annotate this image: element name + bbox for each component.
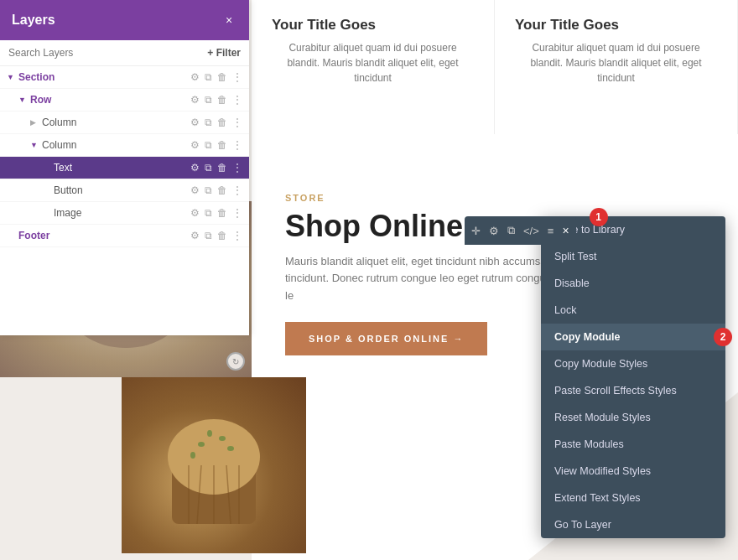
settings-icon[interactable]: ⚙: [190, 230, 200, 241]
delete-icon[interactable]: 🗑: [217, 139, 227, 151]
store-label: STORE: [285, 193, 704, 203]
layer-actions-footer: ⚙ ⧉ 🗑 ⋮: [190, 230, 242, 241]
food-image-2: [122, 377, 306, 553]
layer-name-column-2: Column: [42, 139, 187, 151]
badge-2: 2: [714, 328, 732, 346]
settings-icon[interactable]: ⚙: [190, 71, 200, 83]
more-icon[interactable]: ⋮: [232, 117, 242, 128]
card-1-title: Your Title Goes: [272, 17, 474, 34]
layers-header: Layers ×: [0, 0, 249, 40]
chevron-down-icon: ▼: [18, 96, 27, 104]
layer-item-row[interactable]: ▼ Row ⚙ ⧉ 🗑 ⋮: [0, 89, 249, 111]
menu-item-paste-modules[interactable]: Paste Modules: [541, 431, 725, 458]
module-toolbar: ✛ ⚙ ⧉ </> ≡ × 1: [465, 216, 576, 245]
layer-item-column-2[interactable]: ▼ Column ⚙ ⧉ 🗑 ⋮: [0, 134, 249, 157]
menu-label-view-modified-styles: View Modified Styles: [554, 465, 651, 477]
menu-item-lock[interactable]: Lock: [541, 297, 725, 324]
menu-item-extend-text-styles[interactable]: Extend Text Styles: [541, 485, 725, 511]
store-body: Mauris blandit aliquet elit, eget tincid…: [285, 253, 554, 305]
menu-label-copy-module: Copy Module: [554, 331, 620, 343]
layer-item-section[interactable]: ▼ Section ⚙ ⧉ 🗑 ⋮: [0, 66, 249, 89]
settings-icon[interactable]: ⚙: [190, 94, 200, 106]
menu-label-lock: Lock: [554, 304, 576, 316]
svg-point-9: [198, 442, 205, 447]
delete-icon[interactable]: 🗑: [217, 71, 227, 83]
card-1: Your Title Goes Curabitur aliquet quam i…: [252, 0, 495, 134]
layer-actions-column-2: ⚙ ⧉ 🗑 ⋮: [190, 139, 242, 151]
badge-1: 1: [590, 208, 608, 226]
more-icon[interactable]: ⋮: [232, 139, 242, 151]
move-icon[interactable]: ✛: [471, 225, 481, 237]
code-icon[interactable]: </>: [523, 225, 539, 237]
svg-point-13: [190, 452, 195, 459]
menu-item-reset-module-styles[interactable]: Reset Module Styles: [541, 404, 725, 431]
delete-icon[interactable]: 🗑: [217, 94, 227, 106]
edit-icon-1: ↻: [226, 352, 245, 371]
more-icon[interactable]: ⋮: [232, 71, 242, 83]
menu-item-copy-module[interactable]: Copy Module 2: [541, 324, 725, 350]
delete-icon[interactable]: 🗑: [217, 207, 227, 219]
menu-item-go-to-layer[interactable]: Go To Layer: [541, 511, 725, 538]
settings-icon[interactable]: ⚙: [190, 207, 200, 219]
layer-actions-column-1: ⚙ ⧉ 🗑 ⋮: [190, 117, 242, 128]
delete-icon[interactable]: 🗑: [217, 162, 227, 174]
search-input[interactable]: [8, 47, 200, 59]
menu-label-go-to-layer: Go To Layer: [554, 519, 611, 531]
more-icon[interactable]: ⋮: [232, 162, 242, 174]
more-icon[interactable]: ⋮: [232, 184, 242, 196]
layer-name-column-1: Column: [42, 117, 187, 128]
svg-point-12: [227, 446, 234, 451]
layer-name-row: Row: [30, 94, 187, 106]
layers-title: Layers: [12, 13, 55, 28]
food-muffin-svg: [147, 390, 281, 541]
duplicate-icon[interactable]: ⧉: [205, 71, 212, 83]
more-icon[interactable]: ⋮: [232, 207, 242, 219]
menu-label-reset-module-styles: Reset Module Styles: [554, 412, 651, 423]
layer-name-footer: Footer: [18, 230, 187, 241]
menu-item-view-modified-styles[interactable]: View Modified Styles: [541, 458, 725, 485]
delete-icon[interactable]: 🗑: [217, 184, 227, 196]
delete-icon[interactable]: 🗑: [217, 230, 227, 241]
settings-icon[interactable]: ⚙: [489, 225, 499, 237]
filter-button[interactable]: + Filter: [207, 47, 241, 59]
duplicate-icon[interactable]: ⧉: [205, 184, 212, 196]
menu-item-paste-scroll-effects-styles[interactable]: Paste Scroll Effects Styles: [541, 377, 725, 404]
align-icon[interactable]: ≡: [548, 225, 554, 237]
layers-close-button[interactable]: ×: [221, 12, 237, 29]
settings-icon[interactable]: ⚙: [190, 139, 200, 151]
duplicate-icon[interactable]: ⧉: [205, 117, 212, 128]
menu-item-disable[interactable]: Disable: [541, 270, 725, 297]
context-menu: Save to Library Split Test Disable Lock …: [541, 216, 725, 538]
layers-panel: Layers × + Filter ▼ Section ⚙ ⧉ 🗑 ⋮ ▼ Ro…: [0, 0, 249, 335]
card-2-body: Curabitur aliquet quam id dui posuere bl…: [515, 40, 717, 86]
layer-item-footer[interactable]: ▶ Footer ⚙ ⧉ 🗑 ⋮: [0, 225, 249, 247]
layer-item-column-1[interactable]: ▶ Column ⚙ ⧉ 🗑 ⋮: [0, 111, 249, 134]
settings-icon[interactable]: ⚙: [190, 117, 200, 128]
layer-actions-section: ⚙ ⧉ 🗑 ⋮: [190, 71, 242, 83]
duplicate-icon[interactable]: ⧉: [205, 162, 212, 174]
duplicate-icon[interactable]: ⧉: [205, 207, 212, 219]
svg-point-10: [219, 436, 226, 441]
food-image-2-inner: [122, 377, 306, 553]
layer-item-button[interactable]: ▶ Button ⚙ ⧉ 🗑 ⋮: [0, 179, 249, 202]
svg-point-11: [207, 430, 212, 437]
top-cards-area: Your Title Goes Curabitur aliquet quam i…: [252, 0, 738, 134]
close-icon[interactable]: ×: [562, 224, 569, 237]
settings-icon[interactable]: ⚙: [190, 184, 200, 196]
duplicate-icon[interactable]: ⧉: [507, 224, 515, 237]
layer-item-text[interactable]: ▶ Text ⚙ ⧉ 🗑 ⋮: [0, 157, 249, 179]
shop-button[interactable]: SHOP & ORDER ONLINE →: [285, 322, 487, 355]
menu-item-split-test[interactable]: Split Test: [541, 243, 725, 270]
chevron-right-icon: ▶: [30, 118, 39, 127]
more-icon[interactable]: ⋮: [232, 94, 242, 106]
more-icon[interactable]: ⋮: [232, 230, 242, 241]
duplicate-icon[interactable]: ⧉: [205, 139, 212, 151]
menu-item-copy-module-styles[interactable]: Copy Module Styles: [541, 350, 725, 377]
duplicate-icon[interactable]: ⧉: [205, 230, 212, 241]
layer-item-image[interactable]: ▶ Image ⚙ ⧉ 🗑 ⋮: [0, 202, 249, 225]
settings-icon[interactable]: ⚙: [190, 162, 200, 174]
layer-name-section: Section: [18, 71, 187, 83]
menu-label-paste-scroll-effects-styles: Paste Scroll Effects Styles: [554, 385, 677, 397]
duplicate-icon[interactable]: ⧉: [205, 94, 212, 106]
delete-icon[interactable]: 🗑: [217, 117, 227, 128]
